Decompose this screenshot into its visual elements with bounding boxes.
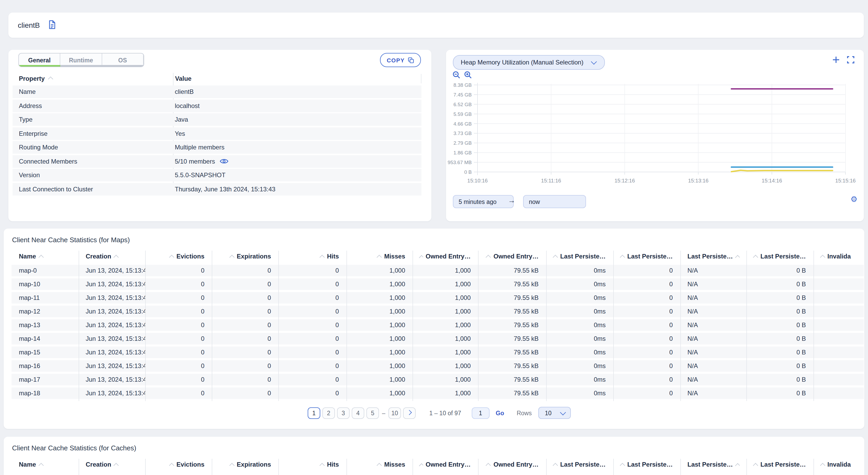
metric-select-value: Heap Memory Utilization (Manual Selectio… — [454, 59, 592, 66]
table-row[interactable]: map-18Jun 13, 2024, 15:13:450001,0001,00… — [11, 387, 864, 399]
column-header[interactable]: Last Persiste… — [613, 253, 680, 260]
document-icon[interactable] — [48, 20, 56, 29]
column-header[interactable]: Last Persiste… — [680, 461, 746, 468]
column-header[interactable]: Last Persiste… — [613, 461, 680, 468]
page-jump-input[interactable] — [472, 407, 490, 419]
column-header-label: Name — [19, 253, 36, 260]
table-row[interactable]: map-0Jun 13, 2024, 15:13:430001,0001,000… — [11, 265, 864, 276]
zoom-in-icon[interactable] — [464, 71, 472, 79]
column-header[interactable]: Evictions — [145, 461, 212, 468]
table-cell: 1,000 — [346, 294, 412, 301]
sort-caret-icon — [820, 463, 825, 468]
column-header[interactable]: Evictions — [145, 253, 212, 260]
time-to-input[interactable] — [523, 195, 586, 208]
sort-caret-icon — [48, 77, 54, 82]
svg-text:953.67 MB: 953.67 MB — [447, 160, 472, 165]
column-header[interactable]: Owned Entry… — [412, 461, 478, 468]
copy-button[interactable]: COPY — [380, 53, 421, 67]
table-cell: 0 — [278, 308, 346, 315]
column-header[interactable]: Hits — [278, 253, 346, 260]
next-page-button[interactable] — [403, 407, 416, 419]
sort-caret-icon — [229, 255, 234, 260]
table-cell: 79.55 kB — [478, 321, 546, 329]
column-header-label: Invalida — [827, 253, 851, 260]
table-cell: Jun 13, 2024, 15:13:45 — [79, 390, 145, 397]
page-button-last[interactable]: 10 — [389, 407, 401, 419]
column-divider — [212, 459, 212, 475]
column-header[interactable]: Misses — [346, 253, 412, 260]
column-header[interactable]: Owned Entry… — [478, 253, 546, 260]
column-header[interactable]: Expirations — [212, 461, 278, 468]
pagination: 12345 – 10 1 – 10 of 97 Go Rows 10 — [308, 407, 570, 419]
column-header[interactable]: Last Persiste… — [746, 461, 813, 468]
column-header-label: Last Persiste… — [687, 253, 733, 260]
table-cell: 0 — [212, 321, 278, 329]
client-properties-card: General Runtime OS COPY Property Value N… — [8, 50, 431, 221]
column-header[interactable]: Last Persiste… — [680, 253, 746, 260]
fullscreen-icon[interactable] — [847, 56, 855, 63]
table-cell: 0 — [145, 376, 212, 383]
page-buttons: 12345 — [308, 407, 379, 419]
pagination-summary: 1 – 10 of 97 — [429, 410, 461, 416]
column-header[interactable]: Invalida — [813, 461, 864, 468]
property-label: Address — [12, 102, 164, 109]
table-cell: 0 — [212, 294, 278, 301]
table-row[interactable]: map-10Jun 13, 2024, 15:13:440001,0001,00… — [11, 278, 864, 290]
column-header[interactable]: Last Persiste… — [746, 253, 813, 260]
svg-text:15:15:16: 15:15:16 — [835, 178, 856, 183]
table-row[interactable]: map-15Jun 13, 2024, 15:13:450001,0001,00… — [11, 347, 864, 358]
column-header[interactable]: Invalida — [813, 253, 864, 260]
property-value: localhost — [164, 102, 422, 109]
column-divider — [145, 459, 146, 475]
eye-icon[interactable] — [220, 158, 228, 165]
column-header-label: Misses — [384, 461, 405, 468]
column-header[interactable]: Name — [11, 461, 79, 468]
table-cell: 79.55 kB — [478, 267, 546, 274]
page-button[interactable]: 5 — [366, 407, 379, 419]
section-title-caches: Client Near Cache Statistics (for Caches… — [12, 444, 136, 452]
settings-gear-icon[interactable]: ⚙ — [850, 195, 858, 203]
table-row[interactable]: map-14Jun 13, 2024, 15:13:450001,0001,00… — [11, 333, 864, 345]
pagination-ellipsis: – — [381, 410, 386, 416]
column-header[interactable]: Name — [11, 253, 79, 260]
table-cell: 0 — [613, 362, 680, 369]
property-value: 5.5.0-SNAPSHOT — [164, 172, 422, 179]
metric-select[interactable]: Heap Memory Utilization (Manual Selectio… — [453, 55, 605, 70]
column-header[interactable]: Last Persiste… — [546, 253, 613, 260]
column-header-property[interactable]: Property — [19, 73, 53, 84]
table-cell: 0 — [212, 280, 278, 288]
column-header[interactable]: Misses — [346, 461, 412, 468]
table-cell: N/A — [680, 308, 746, 315]
table-cell: 1,000 — [412, 308, 478, 315]
table-row[interactable]: map-12Jun 13, 2024, 15:13:450001,0001,00… — [11, 306, 864, 317]
column-divider — [421, 74, 422, 83]
column-header[interactable]: Last Persiste… — [546, 461, 613, 468]
go-button[interactable]: Go — [496, 410, 504, 416]
table-row[interactable]: map-11Jun 13, 2024, 15:13:440001,0001,00… — [11, 292, 864, 303]
column-header[interactable]: Owned Entry… — [478, 461, 546, 468]
page-size-select[interactable]: 10 — [538, 407, 570, 419]
page-button[interactable]: 1 — [308, 407, 320, 419]
caches-table-header: NameCreationEvictionsExpirationsHitsMiss… — [11, 459, 864, 470]
column-divider — [346, 459, 347, 475]
table-row[interactable]: map-17Jun 13, 2024, 15:13:450001,0001,00… — [11, 374, 864, 385]
zoom-out-icon[interactable] — [452, 71, 461, 79]
column-header[interactable]: Creation — [79, 253, 145, 260]
table-cell: 1,000 — [346, 335, 412, 343]
sort-caret-icon — [753, 463, 758, 468]
table-row[interactable]: map-16Jun 13, 2024, 15:13:450001,0001,00… — [11, 360, 864, 372]
column-header[interactable]: Hits — [278, 461, 346, 468]
property-label: Routing Mode — [12, 144, 164, 151]
column-header[interactable]: Creation — [79, 461, 145, 468]
column-header[interactable]: Owned Entry… — [412, 253, 478, 260]
page-button[interactable]: 3 — [337, 407, 350, 419]
table-cell: Jun 13, 2024, 15:13:44 — [79, 294, 145, 301]
page-button[interactable]: 2 — [322, 407, 335, 419]
page-button[interactable]: 4 — [352, 407, 364, 419]
column-header[interactable]: Expirations — [212, 253, 278, 260]
tab-general-label: General — [28, 57, 51, 63]
table-row[interactable]: map-13Jun 13, 2024, 15:13:450001,0001,00… — [11, 319, 864, 331]
time-from-input[interactable] — [453, 195, 514, 208]
add-chart-icon[interactable] — [832, 56, 840, 63]
table-cell: 0ms — [546, 294, 613, 301]
